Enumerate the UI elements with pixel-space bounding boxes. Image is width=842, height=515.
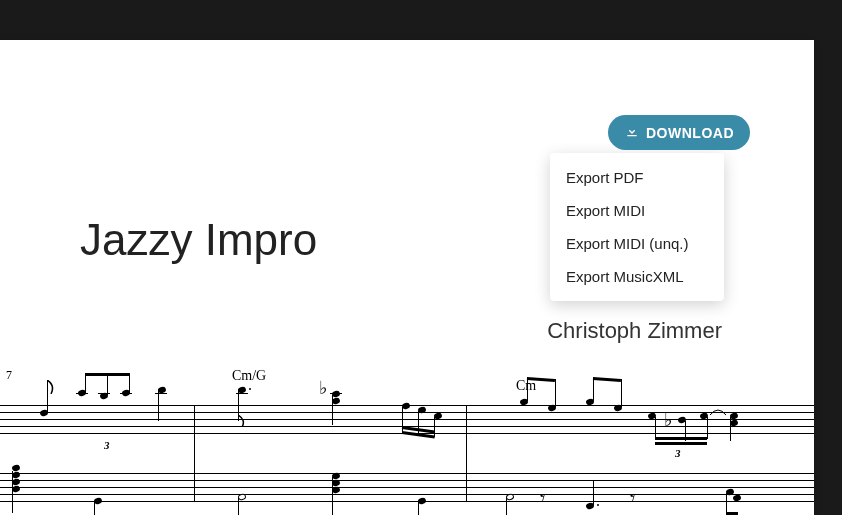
menu-export-midi-unq[interactable]: Export MIDI (unq.): [550, 227, 724, 260]
flat-accidental: ♭: [664, 409, 672, 431]
tuplet-number: 3: [104, 439, 110, 451]
menu-export-midi[interactable]: Export MIDI: [550, 194, 724, 227]
score-composer: Christoph Zimmer: [547, 318, 722, 344]
flat-accidental: ♭: [319, 377, 327, 399]
download-menu: Export PDF Export MIDI Export MIDI (unq.…: [550, 153, 724, 301]
download-label: DOWNLOAD: [646, 125, 734, 141]
download-icon: [624, 123, 640, 142]
sheet-page: DOWNLOAD Export PDF Export MIDI Export M…: [0, 40, 814, 515]
chord-symbol: Cm/G: [232, 368, 266, 384]
musical-score: 3 ♭: [0, 395, 814, 515]
tuplet-number: 3: [675, 447, 681, 459]
download-button[interactable]: DOWNLOAD: [608, 115, 750, 150]
score-title: Jazzy Impro: [80, 215, 317, 265]
chord-symbol: 7: [6, 368, 12, 383]
menu-export-musicxml[interactable]: Export MusicXML: [550, 260, 724, 293]
menu-export-pdf[interactable]: Export PDF: [550, 161, 724, 194]
